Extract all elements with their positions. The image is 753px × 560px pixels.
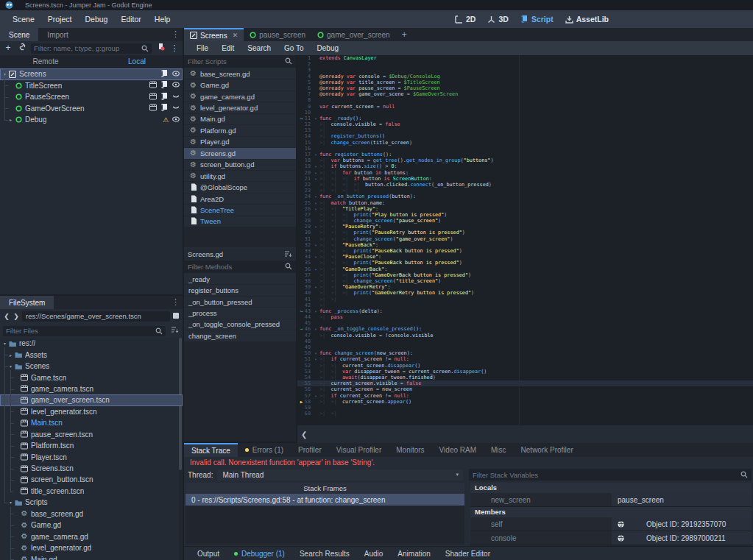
- code-line-53[interactable]: 53>|>|var disappear_tween = current_scre…: [297, 369, 753, 375]
- tab-filesystem[interactable]: FileSystem: [0, 296, 54, 309]
- script-item-base-screen-gd[interactable]: ⚙base_screen.gd: [184, 68, 296, 79]
- method-item-_process[interactable]: _process: [184, 308, 296, 319]
- code-line-40[interactable]: 40>|>|>|print("GameOverRetry button is p…: [297, 290, 753, 296]
- stack-frame-row[interactable]: 0 - res://Scripts/Screens.gd:58 - at fun…: [185, 494, 464, 506]
- scene-tab-Screens[interactable]: Screens✕: [184, 28, 244, 41]
- code-line-32[interactable]: 32▾>|>|"PauseBack":: [297, 242, 753, 248]
- remote-tab[interactable]: Remote: [0, 55, 91, 68]
- script-item-screens-gd[interactable]: ⚙Screens.gd: [184, 148, 296, 159]
- script-item-screen-button-gd[interactable]: ⚙screen_button.gd: [184, 160, 296, 171]
- code-line-22[interactable]: 22>|>|>|>|button.clicked.connect(_on_but…: [297, 182, 753, 188]
- debugger-tab-visual-profiler[interactable]: Visual Profiler: [329, 443, 389, 457]
- code-line-38[interactable]: 38>|>|>|change_screen("title_screen"): [297, 278, 753, 284]
- code-line-48[interactable]: 48: [297, 339, 753, 344]
- code-line-41[interactable]: 41>|>|: [297, 297, 753, 302]
- code-line-56[interactable]: 56>|current_screen = new_screen: [297, 386, 753, 392]
- scene-node-pausescreen[interactable]: PauseScreen: [0, 91, 183, 103]
- file-platform-tscn[interactable]: Platform.tscn: [0, 440, 183, 451]
- script-item-area2d[interactable]: Area2D: [184, 194, 296, 205]
- filesystem-menu-icon[interactable]: ⋮: [172, 297, 180, 307]
- code-line-27[interactable]: 27>|>|>|print("Play button is pressed"): [297, 212, 753, 218]
- menu-project[interactable]: Project: [41, 15, 79, 24]
- script-item-main-gd[interactable]: ⚙Main.gd: [184, 114, 296, 125]
- code-line-47[interactable]: 47>|console.visible = !console.visible: [297, 333, 753, 339]
- debugger-tab-stack-trace[interactable]: Stack Trace: [184, 443, 238, 457]
- tab-scene[interactable]: Scene: [0, 28, 38, 41]
- code-line-51[interactable]: 51▾>|if current_screen != null:: [297, 356, 753, 362]
- code-line-24[interactable]: 24▾func _on_button_pressed(button):: [297, 194, 753, 199]
- code-line-46[interactable]: →46▾func _on_toggle_console_pressed():: [297, 326, 753, 332]
- script-menu-edit[interactable]: Edit: [215, 44, 241, 52]
- filter-files-input[interactable]: Filter Files: [3, 326, 166, 336]
- bottom-tab-animation[interactable]: Animation: [390, 550, 437, 558]
- dock-menu-icon[interactable]: ⋮: [172, 29, 180, 39]
- code-line-37[interactable]: 37>|>|>|print("GameOverBack button is pr…: [297, 272, 753, 278]
- script-menu-go-to[interactable]: Go To: [277, 44, 311, 52]
- local-tab[interactable]: Local: [91, 55, 183, 68]
- file-game-tscn[interactable]: Game.tscn: [0, 372, 183, 383]
- code-line-20[interactable]: 20▾>|>|for button in buttons:: [297, 170, 753, 176]
- code-line-31[interactable]: 31>|>|>|change_screen("game_over_screen"…: [297, 236, 753, 242]
- close-tab-icon[interactable]: ✕: [233, 32, 238, 39]
- sort-methods-button[interactable]: [284, 250, 292, 259]
- bottom-tab-output[interactable]: Output: [190, 550, 227, 558]
- code-line-35[interactable]: 35>|>|>|print("PauseBack button is press…: [297, 260, 753, 266]
- method-item-_on_button_pressed[interactable]: _on_button_pressed: [184, 297, 296, 308]
- method-item-register_buttons[interactable]: register_buttons: [184, 285, 296, 296]
- script-menu-debug[interactable]: Debug: [311, 44, 345, 52]
- code-line-15[interactable]: 15>|change_screen(title_screen): [297, 140, 753, 146]
- bottom-tab-shader-editor[interactable]: Shader Editor: [438, 550, 498, 558]
- scene-tab-pause_screen[interactable]: pause_screen: [244, 28, 311, 41]
- variable-row-new_screen[interactable]: new_screenpause_screen: [470, 493, 752, 507]
- menu-help[interactable]: Help: [148, 15, 177, 24]
- code-line-43[interactable]: ↪43▾func _process(delta):: [297, 308, 753, 314]
- thread-dropdown[interactable]: Main Thread ▾: [217, 469, 463, 481]
- code-line-30[interactable]: 30>|>|>|print("PauseRetry button is pres…: [297, 230, 753, 235]
- add-node-button[interactable]: +: [3, 41, 13, 55]
- script-item-player-gd[interactable]: ⚙Player.gd: [184, 137, 296, 148]
- code-line-34[interactable]: 34▾>|>|"PauseClose":: [297, 254, 753, 260]
- code-line-6[interactable]: 6@onready var pause_screen = $PauseScree…: [297, 85, 753, 91]
- code-line-39[interactable]: 39▾>|>|"GameOverRetry":: [297, 284, 753, 290]
- file-level-generator-tscn[interactable]: level_generator.tscn: [0, 406, 183, 417]
- menu-scene[interactable]: Scene: [6, 15, 41, 24]
- file-pause-screen-tscn[interactable]: pause_screen.tscn: [0, 429, 183, 440]
- code-line-18[interactable]: 18>|var buttons = get_tree().get_nodes_i…: [297, 157, 753, 163]
- code-line-2[interactable]: 2: [297, 61, 753, 67]
- file-game-over-screen-tscn[interactable]: game_over_screen.tscn: [0, 394, 183, 405]
- new-scene-tab-button[interactable]: +: [396, 28, 413, 41]
- code-line-13[interactable]: 13>|: [297, 127, 753, 133]
- script-menu-file[interactable]: File: [190, 44, 215, 52]
- mode-script[interactable]: Script: [520, 15, 554, 24]
- scene-tree-menu-icon[interactable]: ⋮: [169, 41, 180, 55]
- script-menu-search[interactable]: Search: [241, 44, 277, 52]
- script-item-game-gd[interactable]: ⚙Game.gd: [184, 79, 296, 91]
- file-res-[interactable]: ▾res://: [0, 338, 183, 349]
- script-item--globalscope[interactable]: @GlobalScope: [184, 182, 296, 193]
- code-line-8[interactable]: 8: [297, 97, 753, 103]
- variable-row-self[interactable]: selfObject ID: 29192357070: [470, 517, 752, 531]
- code-line-5[interactable]: 5@onready var title_screen = $TitleScree…: [297, 79, 753, 85]
- script-item-platform-gd[interactable]: ⚙Platform.gd: [184, 125, 296, 136]
- debugger-tab-network-profiler[interactable]: Network Profiler: [514, 443, 581, 457]
- code-line-59[interactable]: 59: [297, 405, 753, 411]
- code-line-36[interactable]: 36▾>|>|"GameOverBack":: [297, 266, 753, 272]
- code-line-33[interactable]: 33>|>|>|print("PauseBack button is press…: [297, 248, 753, 254]
- scene-node-screens[interactable]: ▾Screens: [0, 68, 183, 80]
- file-player-tscn[interactable]: Player.tscn: [0, 451, 183, 462]
- code-line-9[interactable]: 9var current_screen = null: [297, 104, 753, 110]
- code-line-1[interactable]: 1extends CanvasLayer: [297, 55, 753, 61]
- code-line-23[interactable]: 23>|>|>|>|: [297, 188, 753, 194]
- file-level-generator-gd[interactable]: ⚙level_generator.gd: [0, 542, 183, 553]
- code-line-42[interactable]: 42>|: [297, 302, 753, 308]
- code-line-14[interactable]: 14>|register_buttons(): [297, 133, 753, 139]
- mode-assetlib[interactable]: AssetLib: [565, 15, 609, 24]
- code-line-25[interactable]: 25▾>|match button.name:: [297, 200, 753, 206]
- attach-script-button[interactable]: [155, 41, 166, 55]
- menu-debug[interactable]: Debug: [78, 15, 114, 24]
- sort-files-button[interactable]: [169, 324, 180, 338]
- debugger-tab-misc[interactable]: Misc: [484, 443, 514, 457]
- file-main-gd[interactable]: ⚙Main.gd: [0, 553, 183, 560]
- debugger-tab-video-ram[interactable]: Video RAM: [432, 443, 484, 457]
- code-line-26[interactable]: 26▾>|>|"TitlePlay":: [297, 206, 753, 212]
